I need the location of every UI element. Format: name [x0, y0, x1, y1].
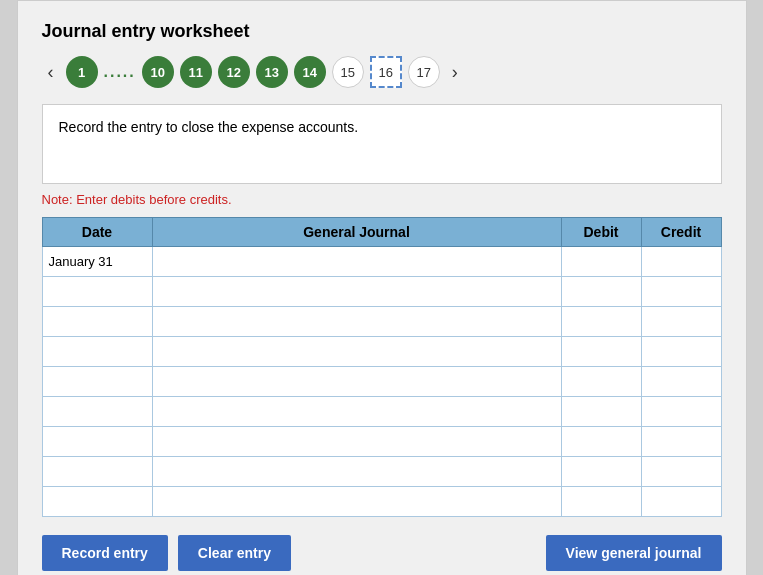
- credit-input-0[interactable]: [642, 247, 721, 276]
- journal-cell-8[interactable]: [152, 487, 561, 517]
- debit-cell-2[interactable]: [561, 307, 641, 337]
- instruction-box: Record the entry to close the expense ac…: [42, 104, 722, 184]
- table-row: January 31: [42, 247, 721, 277]
- nav-step-10[interactable]: 10: [142, 56, 174, 88]
- col-journal: General Journal: [152, 218, 561, 247]
- journal-cell-4[interactable]: [152, 367, 561, 397]
- journal-cell-1[interactable]: [152, 277, 561, 307]
- credit-cell-6[interactable]: [641, 427, 721, 457]
- debit-cell-4[interactable]: [561, 367, 641, 397]
- journal-table: Date General Journal Debit Credit Januar…: [42, 217, 722, 517]
- date-cell-0: January 31: [42, 247, 152, 277]
- credit-input-5[interactable]: [642, 397, 721, 426]
- debit-cell-0[interactable]: [561, 247, 641, 277]
- credit-cell-8[interactable]: [641, 487, 721, 517]
- journal-cell-0[interactable]: [152, 247, 561, 277]
- record-entry-button[interactable]: Record entry: [42, 535, 168, 571]
- nav-step-1[interactable]: 1: [66, 56, 98, 88]
- journal-input-7[interactable]: [153, 457, 561, 486]
- journal-input-3[interactable]: [153, 337, 561, 366]
- table-row: [42, 427, 721, 457]
- journal-cell-2[interactable]: [152, 307, 561, 337]
- credit-input-8[interactable]: [642, 487, 721, 516]
- table-row: [42, 367, 721, 397]
- credit-input-3[interactable]: [642, 337, 721, 366]
- main-container: Journal entry worksheet ‹ 1 ..... 10 11 …: [17, 0, 747, 575]
- nav-dots: .....: [104, 63, 136, 81]
- table-row: [42, 397, 721, 427]
- credit-cell-7[interactable]: [641, 457, 721, 487]
- debit-input-4[interactable]: [562, 367, 641, 396]
- note-text: Note: Enter debits before credits.: [42, 192, 722, 207]
- nav-next-button[interactable]: ›: [446, 60, 464, 85]
- journal-cell-5[interactable]: [152, 397, 561, 427]
- debit-cell-1[interactable]: [561, 277, 641, 307]
- nav-step-11[interactable]: 11: [180, 56, 212, 88]
- debit-input-2[interactable]: [562, 307, 641, 336]
- date-cell-6: [42, 427, 152, 457]
- debit-cell-8[interactable]: [561, 487, 641, 517]
- date-cell-8: [42, 487, 152, 517]
- credit-input-7[interactable]: [642, 457, 721, 486]
- journal-cell-7[interactable]: [152, 457, 561, 487]
- debit-input-5[interactable]: [562, 397, 641, 426]
- journal-input-0[interactable]: [153, 247, 561, 276]
- nav-row: ‹ 1 ..... 10 11 12 13 14 15 16 17 ›: [42, 56, 722, 88]
- credit-input-4[interactable]: [642, 367, 721, 396]
- button-row: Record entry Clear entry View general jo…: [42, 535, 722, 571]
- col-credit: Credit: [641, 218, 721, 247]
- credit-cell-0[interactable]: [641, 247, 721, 277]
- credit-cell-5[interactable]: [641, 397, 721, 427]
- credit-input-1[interactable]: [642, 277, 721, 306]
- page-title: Journal entry worksheet: [42, 21, 722, 42]
- date-cell-2: [42, 307, 152, 337]
- instruction-text: Record the entry to close the expense ac…: [59, 119, 359, 135]
- table-row: [42, 307, 721, 337]
- debit-input-8[interactable]: [562, 487, 641, 516]
- journal-cell-3[interactable]: [152, 337, 561, 367]
- debit-cell-7[interactable]: [561, 457, 641, 487]
- credit-cell-1[interactable]: [641, 277, 721, 307]
- journal-input-8[interactable]: [153, 487, 561, 516]
- journal-input-5[interactable]: [153, 397, 561, 426]
- nav-step-15[interactable]: 15: [332, 56, 364, 88]
- table-row: [42, 277, 721, 307]
- col-debit: Debit: [561, 218, 641, 247]
- clear-entry-button[interactable]: Clear entry: [178, 535, 291, 571]
- date-cell-1: [42, 277, 152, 307]
- credit-input-6[interactable]: [642, 427, 721, 456]
- credit-cell-2[interactable]: [641, 307, 721, 337]
- nav-prev-button[interactable]: ‹: [42, 60, 60, 85]
- credit-cell-4[interactable]: [641, 367, 721, 397]
- nav-step-13[interactable]: 13: [256, 56, 288, 88]
- credit-input-2[interactable]: [642, 307, 721, 336]
- debit-input-7[interactable]: [562, 457, 641, 486]
- debit-input-6[interactable]: [562, 427, 641, 456]
- credit-cell-3[interactable]: [641, 337, 721, 367]
- debit-cell-3[interactable]: [561, 337, 641, 367]
- nav-step-14[interactable]: 14: [294, 56, 326, 88]
- debit-input-3[interactable]: [562, 337, 641, 366]
- table-row: [42, 457, 721, 487]
- date-cell-7: [42, 457, 152, 487]
- table-row: [42, 337, 721, 367]
- view-general-journal-button[interactable]: View general journal: [546, 535, 722, 571]
- debit-input-1[interactable]: [562, 277, 641, 306]
- date-cell-4: [42, 367, 152, 397]
- journal-input-2[interactable]: [153, 307, 561, 336]
- debit-input-0[interactable]: [562, 247, 641, 276]
- date-cell-3: [42, 337, 152, 367]
- journal-input-6[interactable]: [153, 427, 561, 456]
- col-date: Date: [42, 218, 152, 247]
- journal-input-1[interactable]: [153, 277, 561, 306]
- date-cell-5: [42, 397, 152, 427]
- debit-cell-6[interactable]: [561, 427, 641, 457]
- nav-step-16[interactable]: 16: [370, 56, 402, 88]
- debit-cell-5[interactable]: [561, 397, 641, 427]
- journal-input-4[interactable]: [153, 367, 561, 396]
- nav-step-12[interactable]: 12: [218, 56, 250, 88]
- table-row: [42, 487, 721, 517]
- journal-cell-6[interactable]: [152, 427, 561, 457]
- nav-step-17[interactable]: 17: [408, 56, 440, 88]
